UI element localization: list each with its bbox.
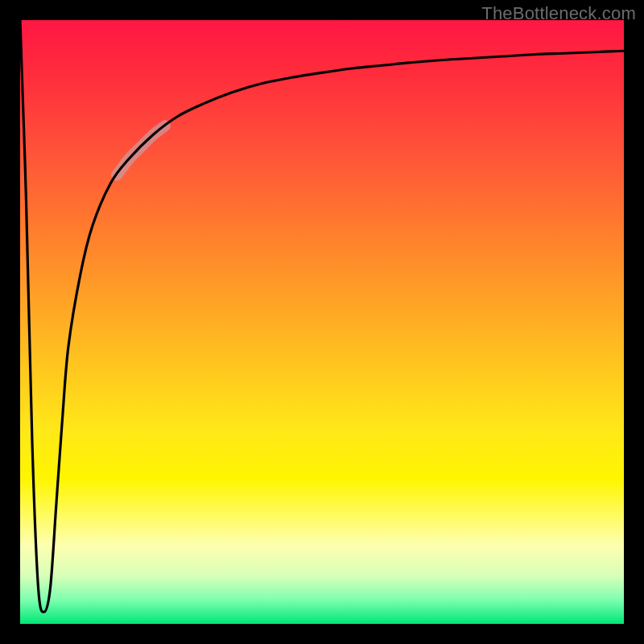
plot-area: [20, 20, 624, 624]
bottleneck-curve: [20, 20, 624, 612]
watermark-text: TheBottleneck.com: [481, 3, 636, 24]
chart-frame: TheBottleneck.com: [0, 0, 644, 644]
curve-svg: [20, 20, 624, 624]
curve-highlight-segment: [117, 126, 165, 175]
